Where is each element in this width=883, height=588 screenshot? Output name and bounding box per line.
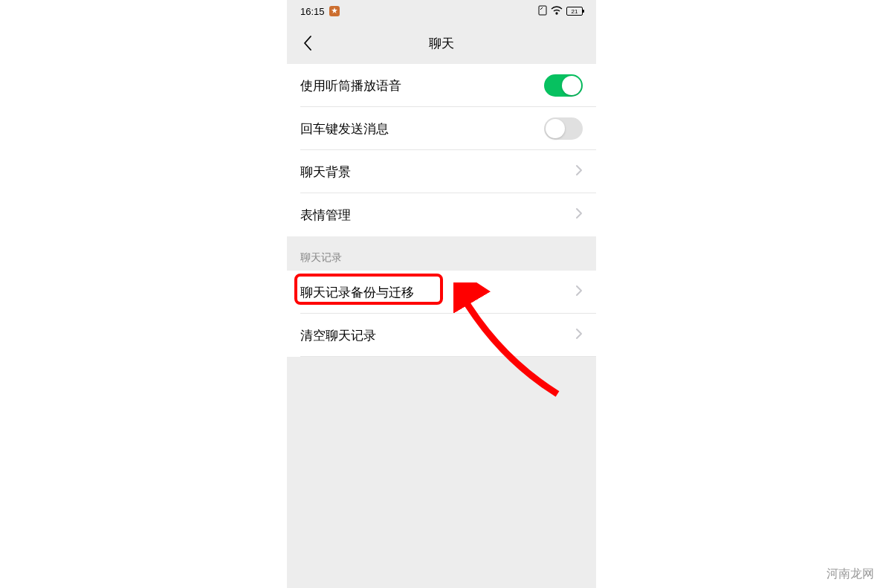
- chevron-right-icon: [575, 207, 583, 222]
- status-right: 21: [538, 5, 583, 18]
- svg-rect-0: [539, 6, 546, 15]
- app-notification-icon: [329, 6, 340, 16]
- section-header-history: 聊天记录: [287, 236, 596, 271]
- row-sticker-manage[interactable]: 表情管理: [287, 193, 596, 236]
- row-label: 回车键发送消息: [300, 120, 389, 138]
- chevron-right-icon: [575, 164, 583, 179]
- row-backup-migrate[interactable]: 聊天记录备份与迁移: [287, 271, 596, 314]
- sim-icon: [538, 5, 547, 18]
- status-bar: 16:15 21: [287, 0, 596, 22]
- settings-group-2: 聊天记录备份与迁移 清空聊天记录: [287, 271, 596, 357]
- battery-text: 21: [572, 8, 578, 15]
- page-title: 聊天: [429, 35, 454, 52]
- row-label: 表情管理: [300, 207, 351, 224]
- back-button[interactable]: [299, 34, 317, 52]
- row-label: 聊天背景: [300, 164, 351, 181]
- row-chat-background[interactable]: 聊天背景: [287, 150, 596, 193]
- phone-screen: 16:15 21 聊天 使用听筒播放语音: [287, 0, 596, 588]
- chevron-right-icon: [575, 285, 583, 300]
- row-label: 聊天记录备份与迁移: [300, 284, 414, 301]
- chevron-left-icon: [303, 34, 313, 52]
- toggle-earpiece[interactable]: [544, 74, 583, 97]
- status-left: 16:15: [300, 6, 340, 17]
- settings-group-1: 使用听筒播放语音 回车键发送消息 聊天背景 表情管理: [287, 64, 596, 236]
- status-time: 16:15: [300, 6, 325, 17]
- row-label: 清空聊天记录: [300, 327, 376, 344]
- watermark: 河南龙网: [827, 566, 874, 582]
- nav-header: 聊天: [287, 22, 596, 64]
- wifi-icon: [551, 6, 563, 17]
- toggle-knob: [562, 76, 581, 95]
- row-earpiece-voice[interactable]: 使用听筒播放语音: [287, 64, 596, 107]
- row-clear-history[interactable]: 清空聊天记录: [287, 314, 596, 357]
- row-label: 使用听筒播放语音: [300, 77, 401, 94]
- battery-icon: 21: [566, 7, 583, 16]
- toggle-enter-send[interactable]: [544, 117, 583, 140]
- toggle-knob: [546, 119, 565, 138]
- chevron-right-icon: [575, 328, 583, 343]
- row-enter-send[interactable]: 回车键发送消息: [287, 107, 596, 150]
